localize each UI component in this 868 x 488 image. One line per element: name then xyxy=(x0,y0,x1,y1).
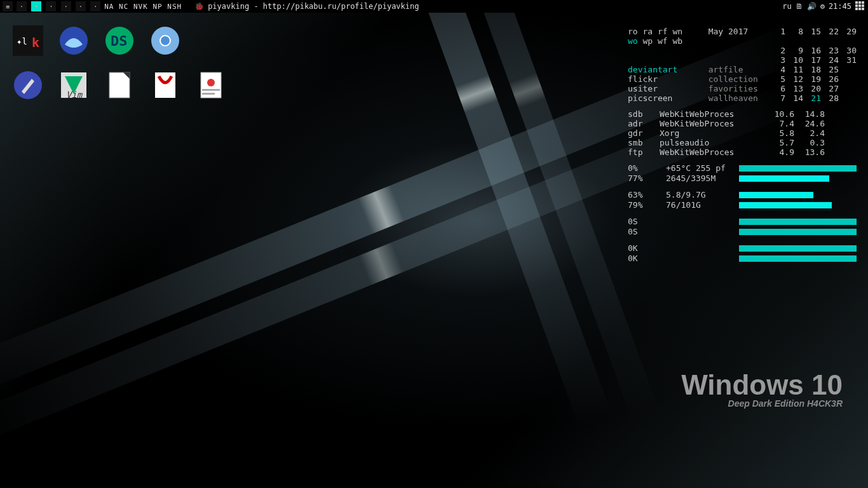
process-row: gdrXorg5.82.4 xyxy=(628,128,857,138)
link-wallheaven[interactable]: wallheaven xyxy=(709,93,773,103)
desktop-icon-scribus[interactable] xyxy=(10,67,46,103)
cal-day: 3 xyxy=(773,55,785,65)
cal-day: 28 xyxy=(826,93,839,103)
svg-rect-17 xyxy=(202,89,220,91)
desktop-icon-evince[interactable] xyxy=(193,67,229,103)
cal-day xyxy=(844,74,857,84)
usage-bar: 0K xyxy=(628,254,857,263)
cal-day: 31 xyxy=(844,55,857,65)
cal-day: 24 xyxy=(826,55,839,65)
watermark-title: Windows 10 xyxy=(681,369,843,401)
cal-day: 2 xyxy=(773,46,785,55)
window-title: piyavking - http://pikabu.ru/profile/piy… xyxy=(208,2,419,11)
process-row: sdbWebKitWebProces10.614.8 xyxy=(628,109,857,119)
desktop-icon-master-pdf[interactable] xyxy=(147,67,183,103)
apps-grid-icon[interactable] xyxy=(855,1,865,11)
indicators: NA NC NVK NP NSH xyxy=(104,3,182,11)
cal-day: 13 xyxy=(790,84,803,93)
usage-bar: 79%76/101G xyxy=(628,200,857,210)
audio-icon[interactable]: 🔊 xyxy=(807,2,817,11)
cpu-icon[interactable]: ⚙ xyxy=(820,2,825,11)
usage-bar: 0S xyxy=(628,217,857,226)
top-panel: ≡ · · · · · · NA NC NVK NP NSH 🐞 piyavki… xyxy=(0,0,868,13)
title-url: http://pikabu.ru/profile/piyavking xyxy=(263,2,419,11)
title-sep: - xyxy=(249,2,263,11)
cal-day: 14 xyxy=(790,93,803,103)
workspace-1[interactable]: · xyxy=(17,1,27,11)
svg-text:Vim: Vim xyxy=(66,90,83,100)
usage-bar: 63%5.8/9.7G xyxy=(628,190,857,200)
svg-point-16 xyxy=(207,79,215,86)
cal-day: 8 xyxy=(790,27,803,46)
usage-bar: 0%+65°C 255 pf xyxy=(628,163,857,173)
link-favorities[interactable]: favorities xyxy=(709,84,773,93)
menu-icon[interactable]: ≡ xyxy=(3,1,13,11)
link-collection[interactable]: collection xyxy=(709,74,773,84)
link-deviantart[interactable]: deviantart xyxy=(628,65,709,74)
cal-day: 18 xyxy=(808,65,821,74)
workspace-6[interactable]: · xyxy=(90,1,100,11)
cal-day: 20 xyxy=(808,84,821,93)
cal-day: 21 xyxy=(808,93,821,103)
watermark: Windows 10 Deep Dark Edition H4CK3R xyxy=(681,369,843,409)
process-row: smbpulseaudio5.70.3 xyxy=(628,138,857,147)
cal-day: 23 xyxy=(826,46,839,55)
cal-day: 12 xyxy=(790,74,803,84)
cal-day: 19 xyxy=(808,74,821,84)
desktop-icon-ds-app[interactable]: DS xyxy=(102,23,137,58)
cal-day xyxy=(844,84,857,93)
process-row: ftpWebKitWebProces4.913.6 xyxy=(628,147,857,157)
cal-day: 30 xyxy=(844,46,857,55)
clock: 21:45 xyxy=(829,2,851,11)
hr2-0: wo xyxy=(628,36,638,46)
svg-rect-12 xyxy=(109,72,130,98)
cal-day: 27 xyxy=(826,84,839,93)
battery-icon[interactable]: 🗎 xyxy=(796,2,803,11)
kb-layout[interactable]: ru xyxy=(782,2,791,11)
cal-day: 16 xyxy=(808,46,821,55)
bug-icon: 🐞 xyxy=(194,2,204,11)
cal-day: 17 xyxy=(808,55,821,65)
desktop-icon-gvim[interactable]: Vim xyxy=(56,67,92,103)
cal-day: 9 xyxy=(790,46,803,55)
cal-day: 7 xyxy=(773,93,785,103)
cal-day: 1 xyxy=(773,27,785,46)
cal-day xyxy=(844,93,857,103)
svg-text:✦l: ✦l xyxy=(17,36,27,46)
workspace-4[interactable]: · xyxy=(61,1,71,11)
svg-rect-14 xyxy=(155,72,175,98)
cal-day: 10 xyxy=(790,55,803,65)
link-usiter[interactable]: usiter xyxy=(628,84,709,93)
workspace-3[interactable]: · xyxy=(46,1,56,11)
desktop-icon-chromium[interactable] xyxy=(147,23,183,58)
svg-text:k: k xyxy=(32,35,39,50)
cal-day: 15 xyxy=(808,27,821,46)
cal-day: 4 xyxy=(773,65,785,74)
link-flickr[interactable]: flickr xyxy=(628,74,709,84)
system-monitor: ro ra rf wn wo wp wf wb May 2017 1815222… xyxy=(628,27,857,264)
cal-day: 25 xyxy=(826,65,839,74)
cal-day: 29 xyxy=(844,27,857,46)
svg-text:DS: DS xyxy=(111,33,128,49)
link-picscreen[interactable]: picscreen xyxy=(628,93,709,103)
desktop-icons: ✦lkDSVim xyxy=(10,23,229,103)
usage-bar: 0S xyxy=(628,227,857,236)
cal-day: 5 xyxy=(773,74,785,84)
month: May 2017 xyxy=(709,27,773,46)
cal-day: 11 xyxy=(790,65,803,74)
svg-point-8 xyxy=(161,36,170,45)
desktop-icon-latex-lk[interactable]: ✦lk xyxy=(10,23,46,58)
desktop-icon-libreoffice[interactable] xyxy=(102,67,137,103)
workspace-2[interactable]: · xyxy=(31,1,41,11)
cal-day: 6 xyxy=(773,84,785,93)
title-user: piyavking xyxy=(208,2,249,11)
process-row: adrWebKitWebProces7.424.6 xyxy=(628,119,857,128)
usage-bar: 0K xyxy=(628,243,857,253)
cal-day xyxy=(844,65,857,74)
workspace-5[interactable]: · xyxy=(76,1,86,11)
usage-bar: 77%2645/3395M xyxy=(628,173,857,183)
cal-day: 22 xyxy=(826,27,839,46)
link-artfile[interactable]: artfile xyxy=(709,65,773,74)
svg-rect-18 xyxy=(202,93,215,95)
desktop-icon-seamonkey[interactable] xyxy=(56,23,92,58)
